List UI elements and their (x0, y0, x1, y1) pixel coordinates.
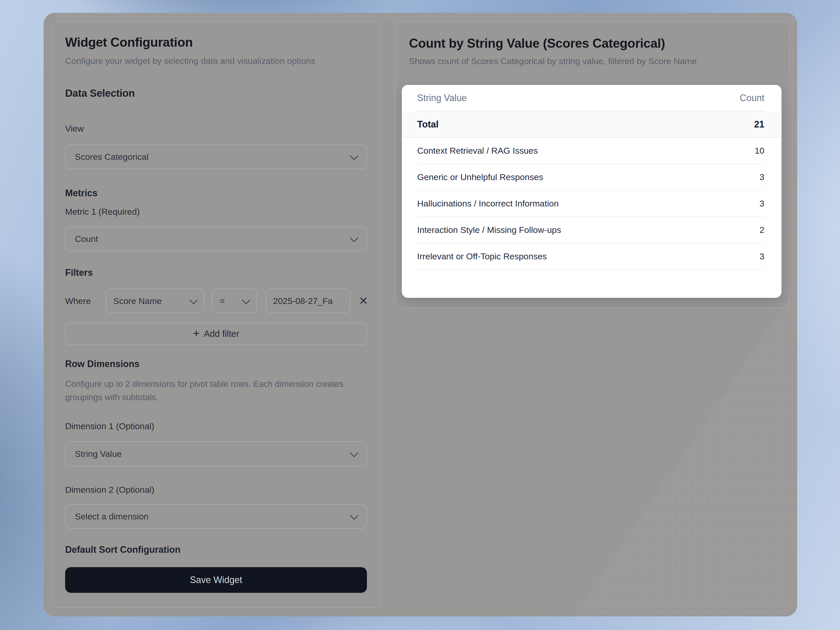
save-widget-button[interactable]: Save Widget (65, 567, 367, 593)
chevron-down-icon (242, 296, 251, 304)
remove-filter-button[interactable]: ✕ (359, 295, 368, 307)
add-filter-label: Add filter (204, 329, 239, 339)
total-label: Total (417, 119, 439, 130)
preview-title: Count by String Value (Scores Categorica… (409, 36, 782, 51)
table-header-row: String Value Count (417, 85, 764, 111)
dimension1-select-value: String Value (75, 449, 122, 459)
chevron-down-icon (189, 296, 198, 304)
widget-configuration-title: Widget Configuration (65, 35, 367, 50)
dimension1-label: Dimension 1 (Optional) (65, 420, 367, 432)
row-count: 10 (755, 146, 764, 156)
chevron-down-icon (350, 449, 358, 457)
filter-operator-value: = (220, 296, 225, 306)
table-row: Interaction Style / Missing Follow-ups 2 (417, 217, 764, 244)
row-label: Context Retrieval / RAG Issues (417, 146, 538, 156)
dimension2-select[interactable]: Select a dimension (65, 504, 367, 529)
view-select[interactable]: Scores Categorical (65, 144, 367, 169)
total-count: 21 (754, 119, 764, 130)
filter-where-label: Where (65, 296, 106, 306)
plus-icon: + (193, 327, 200, 339)
data-selection-heading: Data Selection (65, 87, 367, 99)
metric1-select[interactable]: Count (65, 226, 367, 251)
view-label: View (65, 123, 367, 134)
preview-subtitle: Shows count of Scores Categorical by str… (409, 55, 782, 67)
dimension2-select-value: Select a dimension (75, 511, 148, 521)
row-label: Generic or Unhelpful Responses (417, 172, 543, 182)
filter-field-select[interactable]: Score Name (106, 288, 204, 313)
pivot-table-preview: String Value Count Total 21 Context Retr… (402, 85, 782, 298)
column-header-count: Count (740, 93, 764, 103)
dimension2-label: Dimension 2 (Optional) (65, 484, 367, 495)
filter-operator-select[interactable]: = (212, 288, 257, 313)
table-row: Irrelevant or Off-Topic Responses 3 (417, 244, 764, 270)
view-select-value: Scores Categorical (75, 152, 148, 162)
row-label: Interaction Style / Missing Follow-ups (417, 225, 561, 235)
table-row: Generic or Unhelpful Responses 3 (417, 164, 764, 191)
row-count: 3 (759, 172, 764, 182)
metric1-label: Metric 1 (Required) (65, 206, 367, 217)
row-label: Hallucinations / Incorrect Information (417, 199, 559, 209)
chevron-down-icon (350, 234, 358, 242)
add-filter-button[interactable]: + Add filter (65, 323, 367, 345)
close-icon: ✕ (359, 294, 368, 307)
row-dimensions-description: Configure up to 2 dimensions for pivot t… (65, 377, 367, 404)
dimmed-modal-backdrop: Widget Configuration Configure your widg… (44, 13, 797, 616)
chevron-down-icon (350, 152, 358, 160)
table-body: Context Retrieval / RAG Issues 10 Generi… (417, 138, 764, 270)
save-widget-label: Save Widget (190, 575, 242, 586)
row-count: 3 (759, 252, 764, 261)
dot-texture-top (57, 13, 797, 22)
widget-configuration-subtitle: Configure your widget by selecting data … (65, 54, 324, 68)
table-total-row: Total 21 (402, 111, 782, 138)
filter-field-value: Score Name (113, 296, 162, 306)
table-row: Hallucinations / Incorrect Information 3 (417, 191, 764, 217)
default-sort-heading: Default Sort Configuration (65, 544, 367, 556)
metric1-select-value: Count (75, 234, 98, 244)
chevron-down-icon (350, 511, 358, 520)
dimension1-select[interactable]: String Value (65, 442, 367, 466)
widget-preview-panel: Count by String Value (Scores Categorica… (395, 22, 790, 308)
filter-value-input[interactable]: 2025-08-27_Fa (266, 288, 351, 313)
filters-heading: Filters (65, 267, 367, 278)
widget-configuration-panel: Widget Configuration Configure your widg… (51, 22, 381, 608)
metrics-heading: Metrics (65, 187, 367, 199)
filter-row: Where Score Name = 2025-08-27_Fa ✕ (65, 288, 367, 313)
row-dimensions-heading: Row Dimensions (65, 358, 367, 370)
row-count: 3 (759, 199, 764, 209)
column-header-string-value: String Value (417, 93, 467, 103)
row-label: Irrelevant or Off-Topic Responses (417, 252, 547, 261)
filter-value-text: 2025-08-27_Fa (273, 296, 333, 306)
row-count: 2 (759, 225, 764, 235)
table-row: Context Retrieval / RAG Issues 10 (417, 138, 764, 164)
